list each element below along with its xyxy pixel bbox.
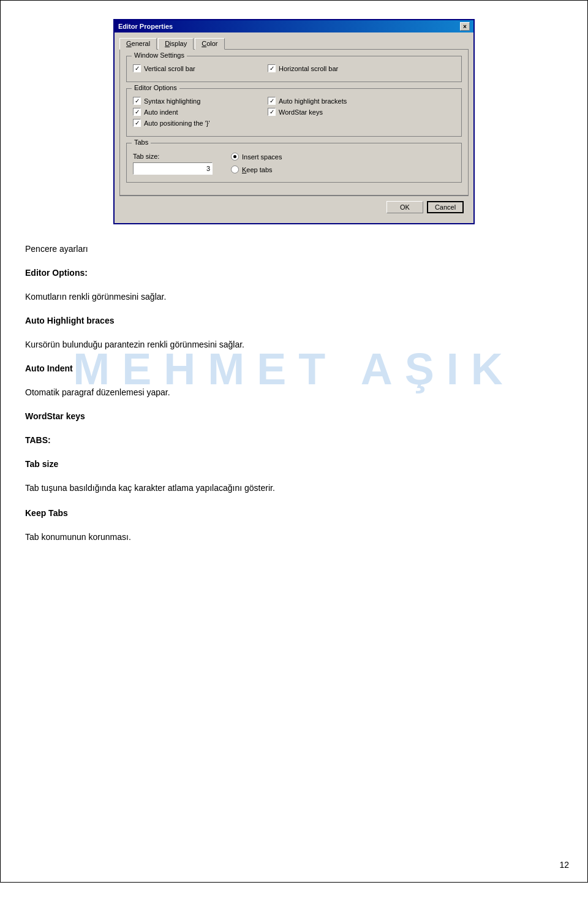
tab-tusuna-text: Tab tuşuna basıldığında kaç karakter atl… <box>25 483 275 493</box>
tab-content-general: Window Settings Vertical scroll bar Hori… <box>119 49 469 196</box>
syntax-highlighting-label: Syntax highlighting <box>144 97 200 105</box>
auto-highlight-brackets-checkbox[interactable] <box>268 97 276 105</box>
auto-indent-label: Auto indent <box>144 108 178 116</box>
section-auto-indent: Auto Indent <box>25 362 563 375</box>
syntax-highlighting-item: Syntax highlighting <box>133 97 255 105</box>
tab-display-label: Display <box>165 40 187 47</box>
auto-highlight-brackets-item: Auto highlight brackets <box>268 97 390 105</box>
tab-size-left: Tab size: <box>133 153 213 175</box>
wordstar-keys-item: WordStar keys <box>268 108 390 116</box>
dialog-titlebar: Editor Properties × <box>115 20 473 32</box>
auto-positioning-label: Auto positioning the '}' <box>144 120 210 127</box>
tab-display[interactable]: Display <box>158 38 194 50</box>
section-kursorum: Kursörün bulunduğu parantezin renkli gör… <box>25 338 563 351</box>
dialog-tabs: General Display Color <box>119 37 469 49</box>
tabs-legend: Tabs <box>132 139 151 146</box>
komutlarin-text: Komutların renkli görünmesini sağlar. <box>25 292 166 302</box>
wordstar-keys-checkbox[interactable] <box>268 108 276 116</box>
page-text-content: Pencere ayarları Editor Options: Komutla… <box>13 243 575 544</box>
editor-options-content: Syntax highlighting Auto highlight brack… <box>133 97 455 127</box>
auto-highlight-brackets-label: Auto highlight brackets <box>279 97 347 105</box>
auto-positioning-checkbox[interactable] <box>133 119 141 127</box>
keep-tabs-radio[interactable] <box>231 165 239 173</box>
tab-size-bold: Tab size <box>25 459 58 469</box>
window-settings-group: Window Settings Vertical scroll bar Hori… <box>126 56 462 82</box>
editor-options-row3: Auto positioning the '}' <box>133 119 455 127</box>
cancel-button[interactable]: Cancel <box>427 201 464 213</box>
keep-tabs-label: Keep tabs <box>242 166 273 173</box>
window-settings-row: Vertical scroll bar Horizontal scroll ba… <box>133 64 455 72</box>
tabs-group: Tabs Tab size: Insert sp <box>126 143 462 183</box>
tab-size-label: Tab size: <box>133 153 213 160</box>
pencere-text: Pencere ayarları <box>25 244 88 254</box>
auto-indent-checkbox[interactable] <box>133 108 141 116</box>
tab-general[interactable]: General <box>119 38 157 50</box>
dialog-buttons: OK Cancel <box>119 196 469 218</box>
editor-properties-dialog: Editor Properties × General Display Colo… <box>113 19 475 224</box>
otomatik-text: Otomatik paragraf düzenlemesi yapar. <box>25 387 170 397</box>
auto-indent-bold: Auto Indent <box>25 363 73 373</box>
editor-options-row2: Auto indent WordStar keys <box>133 108 455 116</box>
section-tab-tusuna: Tab tuşuna basıldığında kaç karakter atl… <box>25 482 563 495</box>
insert-spaces-label: Insert spaces <box>242 153 282 161</box>
section-editor-options: Editor Options: <box>25 267 563 279</box>
tab-color-label: Color <box>202 40 217 47</box>
horizontal-scroll-checkbox[interactable] <box>268 64 276 72</box>
section-pencere: Pencere ayarları <box>25 243 563 256</box>
ok-button[interactable]: OK <box>386 201 423 213</box>
close-button[interactable]: × <box>460 22 470 31</box>
dialog-body: General Display Color Window Settings <box>115 32 473 223</box>
tab-color[interactable]: Color <box>195 38 224 50</box>
vertical-scroll-item: Vertical scroll bar <box>133 64 255 72</box>
horizontal-scroll-item: Horizontal scroll bar <box>268 64 390 72</box>
horizontal-scroll-label: Horizontal scroll bar <box>279 65 338 72</box>
syntax-highlighting-checkbox[interactable] <box>133 97 141 105</box>
tab-general-label: General <box>126 40 150 47</box>
editor-options-legend: Editor Options <box>132 84 179 91</box>
section-auto-highlight: Auto Highlight braces <box>25 314 563 327</box>
window-settings-legend: Window Settings <box>132 51 187 59</box>
tab-size-right: Insert spaces Keep tabs <box>231 153 282 176</box>
tab-konumu-text: Tab konumunun korunması. <box>25 532 131 542</box>
section-tabs: TABS: <box>25 434 563 447</box>
kursorum-text: Kursörün bulunduğu parantezin renkli gör… <box>25 340 244 349</box>
tabs-group-content: Tab size: Insert spaces <box>133 153 455 176</box>
window-settings-content: Vertical scroll bar Horizontal scroll ba… <box>133 64 455 72</box>
tab-size-input[interactable] <box>133 162 213 175</box>
wordstar-keys-label: WordStar keys <box>279 108 323 116</box>
auto-positioning-item: Auto positioning the '}' <box>133 119 255 127</box>
section-tab-konumu: Tab konumunun korunması. <box>25 531 563 544</box>
auto-highlight-bold: Auto Highlight braces <box>25 316 114 325</box>
editor-options-group: Editor Options Syntax highlighting <box>126 88 462 137</box>
vertical-scroll-label: Vertical scroll bar <box>144 65 195 72</box>
keep-tabs-bold: Keep Tabs <box>25 508 68 518</box>
section-komutlarin: Komutların renkli görünmesini sağlar. <box>25 291 563 303</box>
page-number: 12 <box>559 860 569 870</box>
tabs-bold: TABS: <box>25 435 51 445</box>
section-wordstar: WordStar keys <box>25 410 563 423</box>
section-tab-size: Tab size <box>25 458 563 471</box>
insert-spaces-radio[interactable] <box>231 153 239 161</box>
insert-spaces-item: Insert spaces <box>231 153 282 161</box>
editor-options-row1: Syntax highlighting Auto highlight brack… <box>133 97 455 105</box>
editor-options-bold: Editor Options: <box>25 268 88 278</box>
vertical-scroll-checkbox[interactable] <box>133 64 141 72</box>
dialog-title: Editor Properties <box>118 23 173 30</box>
section-keep-tabs: Keep Tabs <box>25 507 563 520</box>
section-otomatik: Otomatik paragraf düzenlemesi yapar. <box>25 386 563 399</box>
auto-indent-item: Auto indent <box>133 108 255 116</box>
tab-size-section: Tab size: Insert spaces <box>133 153 455 176</box>
wordstar-bold: WordStar keys <box>25 411 85 421</box>
keep-tabs-item: Keep tabs <box>231 165 282 173</box>
